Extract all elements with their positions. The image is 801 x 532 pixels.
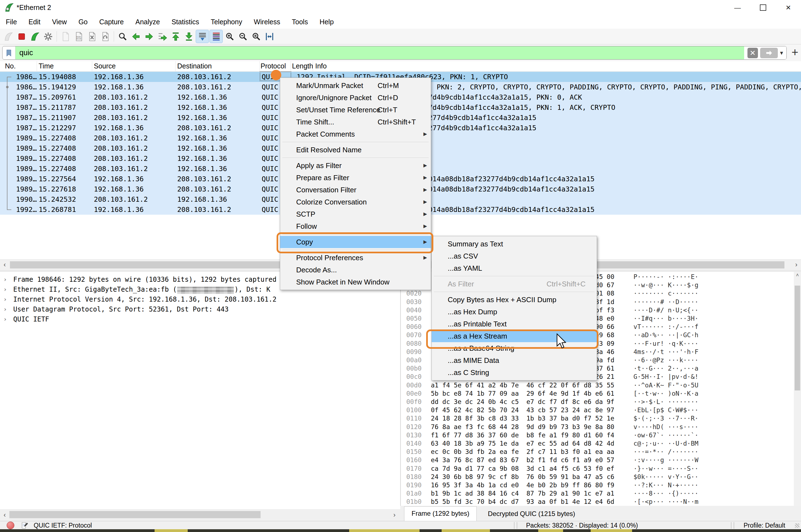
capture-comment-icon[interactable] (20, 521, 28, 529)
menu-item-as-csv[interactable]: ...as CSV (432, 250, 597, 262)
find-packet-button[interactable] (116, 30, 129, 43)
scroll-right-icon[interactable]: › (390, 510, 399, 520)
expand-chevron-icon[interactable]: › (3, 274, 7, 284)
menu-item-sctp[interactable]: SCTP▶ (280, 208, 431, 220)
resize-columns-button[interactable] (263, 30, 276, 43)
zoom-in-button[interactable] (223, 30, 236, 43)
close-button[interactable]: ✕ (776, 0, 801, 15)
column-header-time[interactable]: Time (39, 61, 54, 71)
maximize-button[interactable] (750, 0, 776, 15)
menu-item-as-c-string[interactable]: ...as C String (432, 366, 597, 379)
hex-row[interactable]: 0170ca 7d 9a d1 77 ca 9b 08 3d c1 a4 f5 … (401, 464, 793, 473)
apply-filter-button[interactable] (760, 48, 778, 58)
column-header-protocol[interactable]: Protocol (261, 61, 286, 71)
details-hscrollbar[interactable]: ‹ › (0, 509, 400, 521)
menu-item-decode-as[interactable]: Decode As... (280, 264, 431, 276)
expand-chevron-icon[interactable]: › (3, 314, 7, 324)
expert-info-icon[interactable] (7, 521, 14, 529)
colorize-button[interactable] (209, 30, 223, 43)
stop-capture-button[interactable] (15, 30, 28, 43)
hex-row[interactable]: 011024 18 28 8f 3b c8 d3 33 1b b3 37 ba … (401, 414, 793, 422)
menu-item-summary-as-text[interactable]: Summary as Text (432, 238, 597, 250)
hex-row[interactable]: 00e05b bc e8 74 1b 77 09 aa 29 6f 4e 9d … (401, 390, 793, 398)
auto-scroll-button[interactable] (196, 30, 209, 43)
column-header-info[interactable]: Info (315, 61, 327, 71)
menu-wireless[interactable]: Wireless (248, 15, 286, 29)
capture-options-button[interactable] (42, 30, 54, 43)
menu-tools[interactable]: Tools (286, 15, 314, 29)
menu-capture[interactable]: Capture (94, 15, 130, 29)
hex-row[interactable]: 012076 8a ae f3 fc 68 44 28 9d d9 b9 73 … (401, 423, 793, 431)
hex-row[interactable]: 00d0a1 f4 5e 6f 41 a2 4b 7e 46 cf 22 0f … (401, 381, 793, 390)
hex-row[interactable]: 01000f 45 62 4c 82 5b 70 24 43 cb 57 23 … (401, 406, 793, 414)
menu-go[interactable]: Go (73, 15, 93, 29)
menu-item-as-mime-data[interactable]: ...as MIME Data (432, 354, 597, 366)
clear-filter-button[interactable]: ✕ (747, 48, 758, 58)
close-file-button[interactable] (86, 30, 98, 43)
hex-row[interactable]: 0130f1 6f 77 d8 36 37 60 de b8 fe a1 f9 … (401, 431, 793, 439)
bytes-vscrollbar[interactable]: ˄ (794, 272, 801, 506)
hex-row[interactable]: 0160e4 3a 76 8c 87 ed 83 67 b2 f1 fd c6 … (401, 456, 793, 464)
menu-analyze[interactable]: Analyze (129, 15, 166, 29)
tab-decrypted-quic-1215-bytes[interactable]: Decrypted QUIC (1215 bytes) (481, 507, 582, 521)
hex-row[interactable]: 018024 30 6b b8 97 9c cf 8b 76 0b 59 91 … (401, 473, 793, 481)
zoom-original-button[interactable] (250, 30, 262, 43)
tab-frame-1292-bytes[interactable]: Frame (1292 bytes) (404, 506, 477, 521)
menu-item-show-packet-in-new-window[interactable]: Show Packet in New Window (280, 276, 431, 288)
menu-item-apply-as-filter[interactable]: Apply as Filter▶ (280, 159, 431, 172)
menu-item-copy-bytes-as-hex-ascii-dump[interactable]: Copy Bytes as Hex + ASCII Dump (432, 293, 597, 306)
menu-item-mark-unmark-packet[interactable]: Mark/Unmark PacketCtrl+M (280, 79, 431, 92)
hex-row[interactable]: 00f0dd dc 3e dc 24 0b 4c c5 e7 dc f7 df … (401, 398, 793, 406)
column-header-no[interactable]: No. (5, 61, 16, 71)
menu-item-ignore-unignore-packet[interactable]: Ignore/Unignore PacketCtrl+D (280, 92, 431, 104)
detail-line[interactable]: ›QUIC IETF (0, 314, 400, 324)
next-packet-button[interactable] (143, 30, 155, 43)
save-file-button[interactable]: 01010110 (72, 30, 85, 43)
expand-chevron-icon[interactable]: › (3, 284, 7, 294)
column-header-destination[interactable]: Destination (177, 61, 212, 71)
resize-grip[interactable] (795, 524, 799, 528)
menu-item-as-hex-dump[interactable]: ...as Hex Dump (432, 306, 597, 318)
add-filter-button[interactable]: + (789, 44, 801, 61)
menu-item-as-filter[interactable]: As FilterCtrl+Shift+C (432, 278, 597, 290)
column-header-length[interactable]: Length (292, 61, 313, 71)
hex-row[interactable]: 0150ec 0c 0b 3d fb 2a ea fe 2f c7 11 b3 … (401, 448, 793, 456)
menu-item-packet-comments[interactable]: Packet Comments▶ (280, 128, 431, 140)
detail-line[interactable]: ›Internet Protocol Version 4, Src: 192.1… (0, 294, 400, 304)
menu-item-prepare-as-filter[interactable]: Prepare as Filter▶ (280, 172, 431, 184)
filter-dropdown-chevron-icon[interactable]: ▾ (780, 50, 783, 57)
scroll-thumb[interactable] (10, 511, 261, 518)
menu-item-as-printable-text[interactable]: ...as Printable Text (432, 318, 597, 330)
status-profile-label[interactable]: Profile: Default (744, 521, 785, 530)
column-header-source[interactable]: Source (94, 61, 116, 71)
filter-bookmark-button[interactable] (2, 46, 16, 59)
scroll-right-icon[interactable]: › (791, 260, 801, 270)
previous-packet-button[interactable] (129, 30, 142, 43)
menu-item-edit-resolved-name[interactable]: Edit Resolved Name (280, 144, 431, 156)
menu-help[interactable]: Help (314, 15, 339, 29)
menu-edit[interactable]: Edit (23, 15, 46, 29)
menu-item-follow[interactable]: Follow▶ (280, 220, 431, 232)
zoom-out-button[interactable] (237, 30, 249, 43)
menu-item-time-shift[interactable]: Time Shift...Ctrl+Shift+T (280, 116, 431, 128)
menu-view[interactable]: View (46, 15, 73, 29)
menu-item-set-unset-time-reference[interactable]: Set/Unset Time ReferenceCtrl+T (280, 104, 431, 116)
menu-item-colorize-conversation[interactable]: Colorize Conversation▶ (280, 196, 431, 208)
menu-item-as-yaml[interactable]: ...as YAML (432, 262, 597, 274)
reload-file-button[interactable] (99, 30, 112, 43)
hex-row[interactable]: 01a0b1 9b 1c ad 38 84 16 c4 87 7b 29 a1 … (401, 489, 793, 497)
expand-chevron-icon[interactable]: › (3, 294, 7, 304)
display-filter-input[interactable] (16, 46, 744, 59)
scroll-thumb[interactable] (795, 286, 800, 391)
first-packet-button[interactable] (169, 30, 182, 43)
last-packet-button[interactable] (183, 30, 195, 43)
hex-row[interactable]: 019016 95 3f 3a 4b 1a cd e0 4e b0 2b b9 … (401, 481, 793, 489)
detail-line[interactable]: ›User Datagram Protocol, Src Port: 52361… (0, 304, 400, 314)
menu-item-conversation-filter[interactable]: Conversation Filter▶ (280, 184, 431, 196)
scroll-left-icon[interactable]: ‹ (0, 510, 10, 520)
expand-chevron-icon[interactable]: › (3, 304, 7, 314)
scroll-left-icon[interactable]: ‹ (0, 260, 10, 270)
menu-item-protocol-preferences[interactable]: Protocol Preferences▶ (280, 252, 431, 264)
minimize-button[interactable]: — (725, 0, 750, 15)
menu-telephony[interactable]: Telephony (205, 15, 248, 29)
